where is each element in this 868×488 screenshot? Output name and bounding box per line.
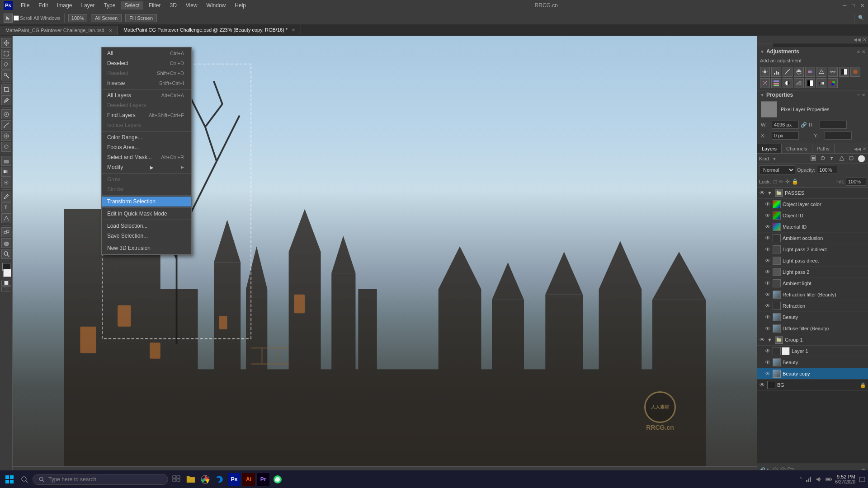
windows-start-btn[interactable] — [3, 473, 16, 486]
fill-input[interactable] — [846, 178, 866, 186]
passes-expand-icon[interactable]: ▼ — [767, 190, 772, 196]
adj-photo-filter[interactable] — [850, 67, 860, 77]
tool-crop[interactable] — [1, 84, 11, 94]
adj-channel-mixer[interactable] — [760, 78, 770, 88]
all-screen-btn[interactable]: All Screen — [91, 14, 122, 22]
opacity-input[interactable] — [817, 166, 837, 174]
screen-mode-btn[interactable]: ⬛ — [1, 286, 11, 291]
menu-item-isolate-layers[interactable]: Isolate Layers — [102, 120, 191, 130]
tool-marquee[interactable] — [1, 49, 11, 59]
quick-mask-btn[interactable]: ⬜ — [1, 281, 11, 286]
tool-pen[interactable] — [1, 192, 11, 202]
x-input[interactable] — [772, 131, 799, 140]
tool-move[interactable] — [1, 38, 11, 48]
adj-curves[interactable] — [783, 67, 793, 77]
props-menu[interactable]: ≡ — [857, 93, 860, 98]
adj-posterize[interactable] — [794, 78, 804, 88]
mini-expand-btn[interactable]: ◀◀ — [854, 37, 861, 42]
background-color[interactable] — [3, 269, 11, 277]
tool-blur[interactable] — [1, 178, 11, 188]
layer-eye-beauty-p[interactable]: 👁 — [764, 314, 771, 320]
adj-invert[interactable] — [783, 78, 793, 88]
layer-item-light-pass-direct[interactable]: 👁 Light pass direct — [757, 255, 868, 267]
layers-panel-expand[interactable]: ◀◀ — [854, 146, 861, 151]
lock-position-btn[interactable]: ✛ — [785, 178, 790, 185]
tool-heal[interactable] — [1, 109, 11, 119]
filter-type-icon[interactable]: T — [828, 155, 836, 162]
layer-item-beauty-group[interactable]: 👁 Beauty — [757, 357, 868, 368]
tab-channels[interactable]: Channels — [782, 144, 812, 153]
tab-1[interactable]: MattePaint_CG Paintover Challenge_lan.ps… — [0, 26, 118, 35]
link-wh-icon[interactable]: 🔗 — [801, 122, 807, 128]
layer-eye-ambient-occ[interactable]: 👁 — [764, 235, 771, 241]
layer-item-beauty-copy[interactable]: 👁 Beauty copy — [757, 368, 868, 380]
layer-eye-g1[interactable]: 👁 — [759, 337, 765, 343]
scroll-all-windows-checkbox[interactable] — [14, 15, 19, 21]
menu-edit[interactable]: Edit — [35, 1, 52, 9]
tool-zoom[interactable] — [1, 249, 11, 259]
layer-item-ambient-occ[interactable]: 👁 Ambient occlusion — [757, 233, 868, 244]
menu-image[interactable]: Image — [53, 1, 75, 9]
adj-threshold[interactable] — [805, 78, 815, 88]
adj-exposure[interactable] — [794, 67, 804, 77]
taskbar-datetime[interactable]: 9:52 PM 6/27/2020 — [835, 474, 856, 484]
h-input[interactable] — [820, 121, 847, 129]
zoom-level[interactable]: 100% — [68, 14, 87, 22]
layer-eye-lp2[interactable]: 👁 — [764, 269, 771, 275]
tab-layers[interactable]: Layers — [757, 144, 782, 153]
tool-lasso[interactable] — [1, 60, 11, 70]
taskbar-edge[interactable] — [213, 473, 226, 486]
taskbar-chrome[interactable] — [199, 473, 212, 486]
adj-color-lookup[interactable] — [771, 78, 781, 88]
tool-select-btn[interactable] — [4, 14, 13, 23]
w-input[interactable]: 4096 px — [772, 121, 799, 129]
filter-smart-icon[interactable] — [847, 155, 855, 162]
menu-type[interactable]: Type — [100, 1, 119, 9]
menu-item-select-mask[interactable]: Select and Mask... Alt+Ctrl+R — [102, 152, 191, 162]
lock-artboard-btn[interactable]: 🔒 — [792, 178, 798, 185]
props-collapse-btn[interactable]: ▼ — [760, 93, 764, 98]
filter-shape-icon[interactable] — [838, 155, 846, 162]
layer-item-light-pass-2[interactable]: 👁 Light pass 2 — [757, 267, 868, 278]
adj-levels[interactable] — [771, 67, 781, 77]
menu-help[interactable]: Help — [231, 1, 250, 9]
layer-eye-l1[interactable]: 👁 — [764, 348, 771, 354]
layer-eye-df[interactable]: 👁 — [764, 325, 771, 332]
g1-expand-icon[interactable]: ▼ — [767, 337, 772, 343]
menu-filter[interactable]: Filter — [145, 1, 165, 9]
layer-item-object-layer-color[interactable]: 👁 Object layer color — [757, 199, 868, 210]
layer-eye-al[interactable]: 👁 — [764, 280, 771, 286]
layers-panel-close[interactable]: ✕ — [863, 146, 866, 151]
window-minimize[interactable]: ─ — [843, 3, 847, 8]
menu-item-deselect[interactable]: Deselect Ctrl+D — [102, 58, 191, 68]
canvas-area[interactable]: 人人素材 RRCG.cn All Ctrl+A Deselect Ctrl+D … — [13, 36, 757, 476]
layer-item-refraction-filter[interactable]: 👁 Refraction filter (Beauty) — [757, 289, 868, 300]
blend-mode-select[interactable]: Normal Dissolve Multiply Screen Overlay — [759, 165, 795, 174]
layer-item-diffuse-filter[interactable]: 👁 Diffuse filter (Beauty) — [757, 323, 868, 334]
task-view-btn[interactable] — [170, 473, 183, 486]
layer-eye-beauty-copy[interactable]: 👁 — [764, 371, 771, 377]
layer-item-object-id[interactable]: 👁 Object ID — [757, 210, 868, 221]
layer-item-material-id[interactable]: 👁 Material ID — [757, 221, 868, 233]
menu-item-deselect-layers[interactable]: Deselect Layers — [102, 100, 191, 110]
filter-pixel-icon[interactable] — [809, 155, 817, 162]
menu-window[interactable]: Window — [203, 1, 230, 9]
adj-close[interactable]: ✕ — [862, 49, 865, 54]
tool-path-select[interactable] — [1, 213, 11, 223]
adj-gradient-map[interactable] — [816, 78, 826, 88]
tab-2[interactable]: MattePaint CG Paintover Challenge.psd @ … — [118, 25, 301, 35]
lock-pixels-btn[interactable]: ✏ — [779, 178, 783, 185]
layer-eye-lp2i[interactable]: 👁 — [764, 246, 771, 253]
adj-vibrance[interactable] — [805, 67, 815, 77]
layer-item-layer1[interactable]: 👁 Layer 1 — [757, 346, 868, 357]
layer-eye-obj-id[interactable]: 👁 — [764, 212, 771, 219]
layer-eye-obj-color[interactable]: 👁 — [764, 201, 771, 207]
adj-hsl[interactable] — [816, 67, 826, 77]
adj-selective-color[interactable] — [828, 78, 838, 88]
filter-on-toggle[interactable]: ⚪ — [857, 155, 866, 162]
tool-eyedropper[interactable] — [1, 95, 11, 105]
menu-item-transform-selection[interactable]: Transform Selection — [102, 197, 191, 206]
adj-bw[interactable] — [839, 67, 849, 77]
filter-adjust-icon[interactable] — [819, 155, 827, 162]
menu-item-all-layers[interactable]: All Layers Alt+Ctrl+A — [102, 90, 191, 100]
